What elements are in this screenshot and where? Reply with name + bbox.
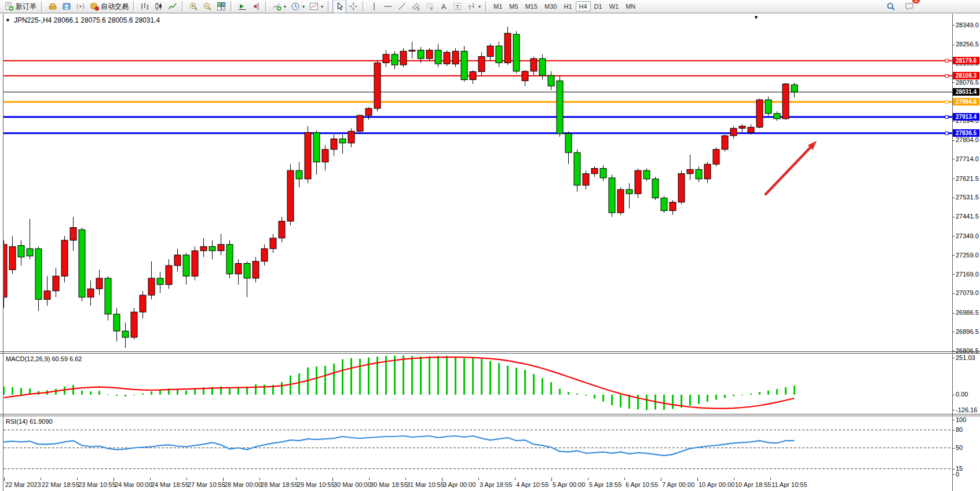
level-line-handle[interactable]	[945, 100, 948, 103]
indicators-button[interactable]: ▾	[270, 0, 288, 13]
horizontal-line-icon	[383, 2, 393, 11]
tile-windows-button[interactable]	[214, 0, 228, 13]
text-label-icon: T	[453, 2, 462, 11]
rsi-panel[interactable]	[3, 416, 952, 478]
deposit-button[interactable]	[46, 0, 60, 13]
time-axis-label: 5 Apr 00:00	[553, 481, 585, 488]
zoom-out-button[interactable]	[200, 0, 214, 13]
line-chart-button[interactable]	[166, 0, 180, 13]
autotrading-button[interactable]: 自动交易	[87, 0, 131, 13]
rsi-tick-label: 100	[956, 416, 966, 423]
time-axis-label: 3 Apr 00:00	[443, 481, 476, 488]
time-tick-mark	[77, 478, 78, 480]
autotrading-icon	[90, 2, 99, 11]
rsi-tick-label: 80	[956, 426, 963, 433]
timeframe-h1[interactable]: H1	[560, 1, 575, 12]
chart-shift-button[interactable]	[249, 0, 263, 13]
level-line-handle[interactable]	[945, 115, 948, 118]
level-price-badge: 28179.6	[953, 57, 979, 64]
search-button[interactable]	[884, 0, 898, 13]
time-tick-mark	[442, 478, 443, 481]
timeframe-w1[interactable]: W1	[606, 1, 623, 12]
toolbar-separator	[265, 1, 268, 12]
channel-button[interactable]: E	[409, 0, 423, 13]
svg-text:T: T	[456, 4, 459, 10]
periods-button[interactable]: ▾	[288, 0, 307, 13]
macd-label: MACD(12,26,9) 60.59 6.62	[6, 355, 82, 362]
time-axis-label: 28 Mar 18:55	[261, 481, 298, 488]
bars-chart-button[interactable]	[138, 0, 152, 13]
time-axis[interactable]: 22 Mar 202322 Mar 18:5523 Mar 10:5524 Ma…	[0, 478, 980, 491]
timeframe-m30[interactable]: M30	[541, 1, 560, 12]
macd-panel[interactable]	[3, 354, 952, 414]
timeframe-m5[interactable]: M5	[506, 1, 521, 12]
zoom-in-button[interactable]	[187, 0, 200, 13]
new-order-button[interactable]: 新订单	[2, 0, 39, 13]
cursor-icon	[335, 2, 344, 11]
timeframe-h4[interactable]: H4	[576, 1, 591, 12]
time-tick-mark	[332, 478, 333, 481]
time-tick-mark	[405, 478, 406, 480]
price-tick-label: 27169.0	[956, 271, 979, 278]
chevron-down-icon: ▾	[302, 4, 305, 9]
svg-text:E: E	[418, 7, 420, 11]
time-tick-mark	[734, 478, 734, 480]
one-click-trading-toggle[interactable]: ▼	[5, 17, 10, 23]
svg-text:A: A	[441, 3, 446, 11]
annotation-arrow[interactable]	[766, 141, 817, 194]
time-tick-mark	[296, 478, 297, 480]
horizontal-line-button[interactable]	[381, 0, 395, 13]
time-tick-mark	[551, 478, 552, 481]
timeframe-mn[interactable]: MN	[622, 1, 639, 12]
candles-chart-button[interactable]	[152, 0, 166, 13]
time-axis-label: 22 Mar 2023	[5, 481, 41, 488]
cursor-button[interactable]	[332, 0, 346, 13]
bars-chart-icon	[140, 2, 149, 11]
time-tick-mark	[661, 478, 661, 481]
level-line-handle[interactable]	[945, 59, 948, 62]
timeframe-m15[interactable]: M15	[522, 1, 541, 12]
vertical-line-icon	[370, 2, 379, 11]
time-axis-label: 4 Apr 10:55	[516, 481, 548, 488]
auto-scroll-icon	[237, 2, 247, 11]
main-chart[interactable]	[3, 15, 952, 351]
time-tick-mark	[150, 478, 151, 480]
time-tick-mark	[515, 478, 515, 480]
chat-button[interactable]: 1	[902, 0, 916, 13]
toolbar-separator	[231, 1, 233, 12]
time-axis-label: 10 Apr 00:00	[699, 481, 734, 488]
templates-button[interactable]: ▾	[307, 0, 326, 13]
fibonacci-button[interactable]: F	[423, 0, 437, 13]
text-button[interactable]: A	[437, 0, 451, 13]
level-line-handle[interactable]	[945, 132, 948, 134]
trendline-button[interactable]	[395, 0, 409, 13]
chat-icon	[905, 2, 914, 11]
time-axis-label: 6 Apr 10:55	[626, 481, 658, 488]
timeframe-m1[interactable]: M1	[490, 1, 506, 12]
time-axis-label: 5 Apr 18:55	[589, 481, 621, 488]
community-button[interactable]	[60, 0, 74, 13]
price-tick-label: 27714.0	[956, 155, 979, 162]
auto-scroll-button[interactable]	[235, 0, 249, 13]
text-icon: A	[439, 2, 448, 11]
timeframe-d1[interactable]: D1	[591, 1, 606, 12]
time-tick-mark	[369, 478, 370, 480]
text-label-button[interactable]: T	[451, 0, 465, 13]
level-line-handle[interactable]	[945, 74, 948, 77]
time-tick-mark	[588, 478, 588, 480]
time-axis-label: 7 Apr 00:00	[662, 481, 694, 488]
price-axis[interactable]: 28349.028256.528166.528076.527894.027804…	[952, 14, 980, 491]
toolbar: 新订单自动交易▾▾▾EFAT▾M1M5M15M30H1H4D1W1MN1	[0, 0, 980, 13]
arrows-button[interactable]: ▾	[465, 0, 483, 13]
price-tick-label: 27621.5	[956, 175, 979, 182]
level-price-badge: 27913.4	[953, 113, 979, 121]
plot-left-border	[3, 14, 3, 491]
macd-histogram	[3, 355, 795, 410]
templates-icon	[309, 2, 319, 11]
search-icon	[886, 2, 895, 11]
vertical-line-button[interactable]	[367, 0, 381, 13]
plot-right-border	[952, 14, 953, 491]
signals-button[interactable]	[74, 0, 87, 13]
crosshair-button[interactable]	[346, 0, 360, 13]
price-tick-label: 27259.0	[956, 252, 979, 259]
